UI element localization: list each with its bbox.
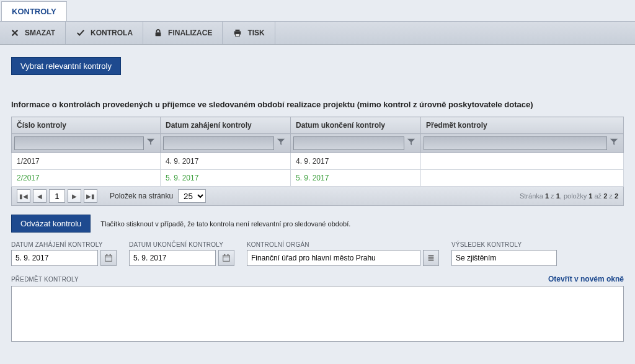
predmet-textarea[interactable] bbox=[11, 286, 624, 342]
filter-icon[interactable] bbox=[277, 138, 288, 149]
pager-page-input[interactable] bbox=[49, 189, 65, 203]
form-area: Odvázat kontrolu Tlačítko stisknout v př… bbox=[0, 212, 635, 355]
toolbar-label: TISK bbox=[247, 29, 264, 37]
tab-bar: KONTROLY bbox=[0, 0, 635, 21]
th-cislo[interactable]: Číslo kontroly bbox=[12, 117, 161, 134]
kontroly-table: Číslo kontroly Datum zahájení kontroly D… bbox=[11, 117, 624, 187]
cell-cislo: 2/2017 bbox=[12, 170, 161, 187]
smazat-button[interactable]: SMAZAT bbox=[0, 22, 66, 44]
svg-rect-3 bbox=[236, 34, 240, 37]
list-icon bbox=[427, 254, 435, 262]
filter-predmet[interactable] bbox=[424, 136, 607, 150]
label-vysledek: VÝSLEDEK KONTROLY bbox=[451, 241, 557, 248]
cell-cislo: 1/2017 bbox=[12, 153, 161, 170]
svg-rect-2 bbox=[236, 30, 240, 32]
per-page-select[interactable]: 25 bbox=[178, 189, 206, 203]
print-icon bbox=[233, 28, 242, 38]
cell-datum2: 5. 9. 2017 bbox=[291, 170, 421, 187]
finalizace-button[interactable]: FINALIZACE bbox=[143, 22, 223, 44]
calendar-button[interactable] bbox=[100, 250, 117, 266]
cell-datum1: 5. 9. 2017 bbox=[161, 170, 291, 187]
odvazat-button[interactable]: Odvázat kontrolu bbox=[11, 215, 91, 233]
pager-last[interactable]: ▶▮ bbox=[84, 189, 97, 203]
cell-datum2: 4. 9. 2017 bbox=[291, 153, 421, 170]
th-datum-ukonceni[interactable]: Datum ukončení kontroly bbox=[291, 117, 421, 134]
footer-info: Stránka 1 z 1, položky 1 až 2 z 2 bbox=[520, 192, 618, 200]
pager-first[interactable]: ▮◀ bbox=[17, 189, 30, 203]
cell-predmet bbox=[421, 170, 624, 187]
filter-datum2[interactable] bbox=[293, 136, 404, 150]
datum-ukonceni-field[interactable] bbox=[129, 250, 216, 266]
datum-zahajeni-field[interactable] bbox=[11, 250, 98, 266]
toolbar-label: FINALIZACE bbox=[168, 29, 212, 37]
close-icon bbox=[10, 28, 20, 38]
label-predmet: PŘEDMĚT KONTROLY bbox=[11, 276, 79, 283]
filter-icon[interactable] bbox=[146, 138, 158, 149]
filter-icon[interactable] bbox=[610, 138, 621, 149]
filter-cislo[interactable] bbox=[14, 136, 144, 150]
label-datum-ukonceni: DATUM UKONČENÍ KONTROLY bbox=[129, 241, 234, 248]
filter-datum1[interactable] bbox=[163, 136, 274, 150]
section-title: Informace o kontrolách provedených u pří… bbox=[11, 100, 624, 109]
cell-predmet bbox=[421, 153, 624, 170]
toolbar: SMAZAT KONTROLA FINALIZACE TISK bbox=[0, 21, 635, 45]
tisk-button[interactable]: TISK bbox=[223, 22, 275, 44]
kontrola-button[interactable]: KONTROLA bbox=[66, 22, 143, 44]
tab-kontroly[interactable]: KONTROLY bbox=[1, 1, 67, 21]
svg-rect-4 bbox=[105, 255, 112, 262]
th-datum-zahajeni[interactable]: Datum zahájení kontroly bbox=[161, 117, 291, 134]
table-row[interactable]: 2/2017 5. 9. 2017 5. 9. 2017 bbox=[12, 170, 624, 187]
calendar-icon bbox=[222, 254, 231, 262]
calendar-button[interactable] bbox=[218, 250, 234, 266]
vysledek-field[interactable] bbox=[451, 250, 557, 266]
pager: ▮◀ ◀ ▶ ▶▮ bbox=[17, 189, 97, 203]
filter-icon[interactable] bbox=[407, 138, 418, 149]
table-footer: ▮◀ ◀ ▶ ▶▮ Položek na stránku 25 Stránka … bbox=[11, 187, 624, 206]
label-kontrolni-organ: KONTROLNÍ ORGÁN bbox=[247, 241, 439, 248]
open-new-window-link[interactable]: Otevřít v novém okně bbox=[548, 275, 624, 283]
th-predmet[interactable]: Předmět kontroly bbox=[421, 117, 624, 134]
calendar-icon bbox=[104, 254, 113, 262]
vybrat-button[interactable]: Vybrat relevantní kontroly bbox=[11, 57, 121, 75]
check-icon bbox=[76, 28, 86, 38]
hint-text: Tlačítko stisknout v případě, že tato ko… bbox=[100, 220, 350, 228]
pager-prev[interactable]: ◀ bbox=[33, 189, 47, 203]
toolbar-label: SMAZAT bbox=[25, 29, 55, 37]
label-datum-zahajeni: DATUM ZAHÁJENÍ KONTROLY bbox=[11, 241, 117, 248]
pager-next[interactable]: ▶ bbox=[68, 189, 81, 203]
table-row[interactable]: 1/2017 4. 9. 2017 4. 9. 2017 bbox=[12, 153, 624, 170]
cell-datum1: 4. 9. 2017 bbox=[161, 153, 291, 170]
toolbar-label: KONTROLA bbox=[91, 29, 133, 37]
lock-icon bbox=[153, 28, 163, 38]
content-area: Vybrat relevantní kontroly Informace o k… bbox=[0, 45, 635, 212]
list-picker-button[interactable] bbox=[423, 250, 439, 266]
per-page-label: Položek na stránku bbox=[110, 192, 173, 200]
per-page: Položek na stránku 25 bbox=[110, 189, 206, 203]
kontrolni-organ-field[interactable] bbox=[247, 250, 420, 266]
svg-rect-8 bbox=[223, 255, 230, 262]
svg-rect-0 bbox=[156, 32, 161, 36]
